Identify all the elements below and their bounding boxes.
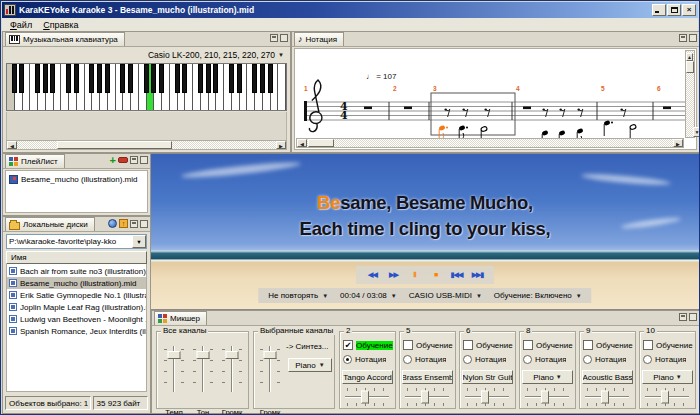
learn-checkbox[interactable]: Обучение [643, 340, 693, 350]
radio-icon[interactable] [643, 355, 652, 364]
slider-thumb[interactable] [481, 391, 489, 404]
piano-key-black[interactable] [35, 64, 40, 93]
checkbox-icon[interactable] [583, 340, 593, 350]
instrument-button[interactable]: Piano▼ [522, 370, 573, 384]
piano-key-black[interactable] [229, 64, 234, 93]
fast-forward-button[interactable]: ▶▶ [385, 267, 402, 283]
notation-radio[interactable]: Нотация [583, 355, 633, 364]
folder-up-icon[interactable]: ↑ [119, 219, 128, 228]
horizontal-slider[interactable] [404, 388, 450, 406]
slider-thumb[interactable] [421, 391, 429, 404]
chevron-down-icon[interactable]: ▼ [132, 235, 146, 248]
piano-key-black[interactable] [237, 64, 242, 93]
piano-key-black[interactable] [43, 64, 48, 93]
maximize-panel-icon[interactable] [280, 34, 288, 42]
learn-checkbox[interactable]: Обучение [523, 340, 573, 350]
piano-key-black[interactable] [144, 64, 149, 93]
maximize-panel-icon[interactable] [140, 156, 148, 164]
piano-key-black[interactable] [19, 64, 24, 93]
notation-radio[interactable]: Нотация [523, 355, 573, 364]
radio-icon[interactable] [403, 355, 412, 364]
tab-local-disks[interactable]: Локальные диски [5, 217, 95, 231]
checkbox-icon[interactable] [523, 340, 533, 350]
piano-key-black[interactable] [175, 64, 180, 93]
radio-icon[interactable] [583, 355, 592, 364]
tab-musical-keyboard[interactable]: Музыкальная клавиатура [5, 32, 125, 46]
scrollbar-thumb[interactable] [686, 61, 694, 73]
scroll-left-icon[interactable]: ◀ [297, 139, 307, 147]
tab-playlist[interactable]: ПлейЛист [5, 154, 65, 168]
checkbox-icon[interactable] [403, 340, 413, 350]
scroll-down-icon[interactable]: ▼ [693, 127, 700, 137]
piano-key-black[interactable] [252, 64, 257, 93]
slider-thumb[interactable] [361, 391, 369, 404]
piano-key-black[interactable] [198, 64, 203, 93]
piano-key-black[interactable] [151, 64, 156, 93]
close-button[interactable]: × [682, 4, 696, 16]
file-list-item[interactable]: Bach air from suite no3 (illustration)..… [7, 265, 146, 277]
piano-key-black[interactable] [74, 64, 79, 93]
slider-thumb[interactable] [264, 351, 277, 359]
maximize-panel-icon[interactable] [689, 34, 697, 42]
checkbox-icon[interactable] [643, 340, 653, 350]
remove-track-icon[interactable] [118, 157, 128, 163]
piano-key-black[interactable] [66, 64, 71, 93]
file-list-item[interactable]: Ludwig van Beethoven - Moonlight ... [7, 313, 146, 325]
instrument-button[interactable]: Acoustic Bass [582, 370, 633, 384]
learn-checkbox[interactable]: ✔Обучение [343, 340, 393, 350]
path-dropdown[interactable]: P:\w\karaoke-favorite\play-kko ▼ [6, 234, 147, 249]
checkbox-icon[interactable]: ✔ [343, 340, 353, 350]
horizontal-slider[interactable] [344, 388, 390, 406]
notation-vscrollbar[interactable]: ▲ ▼ [685, 50, 695, 138]
tab-notation[interactable]: ♪ Нотация [294, 32, 344, 46]
file-list-item[interactable]: Erik Satie Gymnopedie No.1 (illustra... [7, 289, 146, 301]
instrument-button[interactable]: Brass Ensemb [402, 370, 453, 384]
scroll-right-icon[interactable]: ▶ [673, 139, 683, 147]
scroll-left-icon[interactable]: ◀ [7, 141, 17, 149]
horizontal-slider[interactable] [524, 388, 570, 406]
column-header-name[interactable]: Имя [6, 251, 147, 264]
time-position-dropdown[interactable]: 00:04 / 03:08▼ [340, 291, 397, 300]
maximize-panel-icon[interactable] [140, 220, 148, 228]
menu-item[interactable]: Справка [39, 19, 85, 31]
minimize-panel-icon[interactable] [130, 220, 138, 228]
slider-thumb[interactable] [226, 351, 239, 359]
piano-key-black[interactable] [12, 64, 17, 93]
horizontal-slider[interactable] [644, 388, 690, 406]
radio-icon[interactable] [523, 355, 532, 364]
radio-icon[interactable] [463, 355, 472, 364]
add-track-icon[interactable]: + [110, 156, 116, 164]
keyboard-model-dropdown[interactable]: Casio LK-200, 210, 215, 220, 270 ▼ [3, 47, 290, 62]
slider-thumb[interactable] [197, 351, 210, 359]
scrollbar-thumb[interactable] [308, 139, 334, 147]
slider-thumb[interactable] [168, 351, 181, 359]
notation-radio[interactable]: Нотация [403, 355, 453, 364]
vertical-slider[interactable]: Тон [191, 344, 215, 394]
slider-thumb[interactable] [601, 391, 609, 404]
midi-device-dropdown[interactable]: CASIO USB-MIDI▼ [409, 291, 482, 300]
pause-button[interactable]: Ⅱ [406, 267, 423, 283]
rewind-button[interactable]: ◀◀ [364, 267, 381, 283]
minimize-button[interactable] [652, 4, 666, 16]
playlist-item[interactable]: Besame_mucho (illustration).mid [7, 173, 146, 185]
notation-hscrollbar[interactable]: ◀ ▶ [296, 138, 684, 148]
vertical-slider[interactable]: Громк [220, 344, 244, 394]
piano-key-black[interactable] [159, 64, 164, 93]
repeat-mode-dropdown[interactable]: Не повторять▼ [268, 291, 328, 300]
restore-button[interactable] [667, 4, 681, 16]
instrument-button[interactable]: Nylon Str Guit [462, 370, 513, 384]
keyboard-scrollbar[interactable]: ◀ ▶ [6, 140, 287, 150]
prev-track-button[interactable]: ▮◀◀ [448, 267, 465, 283]
learn-checkbox[interactable]: Обучение [583, 340, 633, 350]
piano-key-black[interactable] [268, 64, 273, 93]
refresh-icon[interactable] [108, 219, 117, 228]
slider-thumb[interactable] [661, 391, 669, 404]
file-list-item[interactable]: Joplin Maple Leaf Rag (illustration).mid [7, 301, 146, 313]
maximize-panel-icon[interactable] [689, 313, 697, 321]
instrument-button[interactable]: Tango Accord [342, 370, 393, 384]
learn-checkbox[interactable]: Обучение [403, 340, 453, 350]
stop-button[interactable]: ■ [427, 267, 444, 283]
instrument-button[interactable]: Piano▼ [642, 370, 693, 384]
minimize-panel-icon[interactable] [270, 34, 278, 42]
minimize-panel-icon[interactable] [679, 34, 687, 42]
